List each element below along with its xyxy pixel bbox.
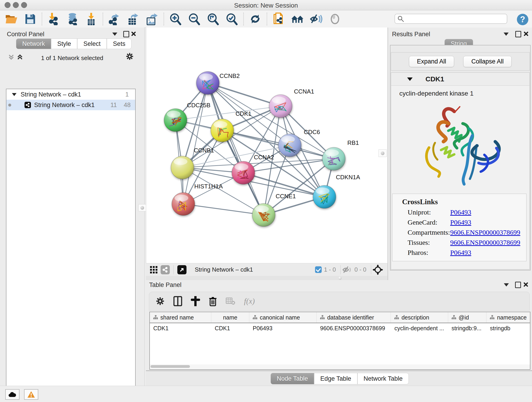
gene-section-header[interactable]: CDK1 xyxy=(391,73,530,86)
network-edge[interactable] xyxy=(183,204,264,215)
show-columns-icon[interactable] xyxy=(173,296,182,306)
export-network-button[interactable] xyxy=(108,13,121,26)
network-edge[interactable] xyxy=(243,159,334,173)
right-splitter-grip[interactable] xyxy=(379,149,387,157)
first-neighbors-button[interactable] xyxy=(291,13,304,26)
search-field[interactable] xyxy=(394,14,507,24)
show-grid-icon[interactable] xyxy=(149,265,158,274)
cell-canonical-name[interactable]: P06493 xyxy=(249,323,317,333)
birdseye-navigator-icon[interactable] xyxy=(373,264,383,275)
import-network-file-button[interactable] xyxy=(47,13,60,26)
cell-namespace[interactable]: stringdb xyxy=(486,323,530,333)
eye-button[interactable] xyxy=(329,13,341,26)
shared-column-icon xyxy=(490,315,495,320)
left-splitter-grip[interactable] xyxy=(138,204,146,211)
crosslink-tissues[interactable]: 9606.ENSP00000378699 xyxy=(450,239,520,246)
tab-network-table[interactable]: Network Table xyxy=(357,373,409,384)
collapse-panel-icon[interactable] xyxy=(504,32,509,36)
cell-shared-name[interactable]: CDK1 xyxy=(150,323,211,333)
crosslink-genecard[interactable]: P06493 xyxy=(450,218,471,226)
column-header-shared-name[interactable]: shared name xyxy=(150,312,211,323)
zoom-selected-button[interactable] xyxy=(225,13,238,26)
network-node[interactable] xyxy=(232,161,255,184)
warnings-button[interactable] xyxy=(24,389,38,400)
tab-select[interactable]: Select xyxy=(77,38,107,49)
column-header-canonical-name[interactable]: canonical name xyxy=(249,312,317,323)
network-node[interactable] xyxy=(313,185,336,208)
collection-expand-icon[interactable] xyxy=(12,93,17,96)
network-node[interactable] xyxy=(211,119,234,142)
export-image-button[interactable] xyxy=(146,13,158,26)
show-hide-button[interactable] xyxy=(310,13,323,26)
close-panel-icon[interactable] xyxy=(524,31,529,36)
tab-edge-table[interactable]: Edge Table xyxy=(314,373,357,384)
node-label: CDK1 xyxy=(235,110,251,117)
network-node[interactable] xyxy=(278,134,301,157)
string-view-icon[interactable] xyxy=(161,265,170,274)
delete-column-trash-icon[interactable] xyxy=(209,296,217,306)
tab-sets[interactable]: Sets xyxy=(107,38,132,49)
network-node[interactable] xyxy=(164,109,187,132)
network-node[interactable] xyxy=(269,95,292,118)
refresh-layout-button[interactable] xyxy=(249,13,262,26)
column-header-namespace[interactable]: namespace xyxy=(486,312,530,323)
clone-network-button[interactable] xyxy=(272,13,285,26)
network-node[interactable] xyxy=(171,156,194,179)
network-node[interactable] xyxy=(172,192,195,216)
delete-table-icon[interactable] xyxy=(226,297,235,305)
network-options-gear-icon[interactable] xyxy=(126,52,134,61)
open-session-button[interactable] xyxy=(5,13,18,26)
search-input[interactable] xyxy=(404,15,505,22)
collapse-panel-icon[interactable] xyxy=(504,283,509,287)
add-column-icon[interactable] xyxy=(191,296,200,306)
help-button[interactable]: ? xyxy=(517,14,528,25)
table-settings-gear-icon[interactable] xyxy=(156,297,165,306)
network-node[interactable] xyxy=(322,147,345,170)
cloud-status-button[interactable] xyxy=(5,389,19,400)
float-panel-icon[interactable] xyxy=(515,31,521,37)
column-header-name[interactable]: name xyxy=(211,312,249,323)
network-row[interactable]: String Network – cdk1 11 48 xyxy=(6,100,135,110)
import-network-database-button[interactable] xyxy=(66,13,79,26)
import-table-button[interactable] xyxy=(85,13,98,26)
zoom-in-button[interactable] xyxy=(169,13,182,26)
tab-node-table[interactable]: Node Table xyxy=(271,373,314,384)
table-horizontal-scrollbar[interactable] xyxy=(150,364,530,369)
save-session-button[interactable] xyxy=(24,13,37,26)
collapse-panel-icon[interactable] xyxy=(112,32,117,36)
tab-style[interactable]: Style xyxy=(51,38,77,49)
column-header-description[interactable]: description xyxy=(391,312,448,323)
function-builder-button[interactable]: f(x) xyxy=(244,297,255,306)
network-canvas[interactable]: CCNB2CCNA1CDC25BCDK1CDC6RB1CCNB1CCNA2CDK… xyxy=(146,27,388,263)
scrollbar-thumb[interactable] xyxy=(151,365,190,368)
zoom-fit-button[interactable] xyxy=(207,13,220,26)
float-panel-icon[interactable] xyxy=(515,282,521,288)
table-row[interactable]: CDK1 CDK1 P06493 9606.ENSP00000378699 cy… xyxy=(150,323,530,333)
column-header-database-identifier[interactable]: database identifier xyxy=(317,312,391,323)
cell-database-identifier[interactable]: 9606.ENSP00000378699 xyxy=(317,323,391,333)
float-panel-icon[interactable] xyxy=(123,31,129,37)
cell-description[interactable]: cyclin-dependent ... xyxy=(391,323,448,333)
string-network-graph[interactable]: CCNB2CCNA1CDC25BCDK1CDC6RB1CCNB1CCNA2CDK… xyxy=(146,27,387,263)
close-panel-icon[interactable] xyxy=(131,31,136,36)
crosslink-compartments[interactable]: 9606.ENSP00000378699 xyxy=(450,229,520,236)
collapse-all-button[interactable]: Collapse All xyxy=(463,56,512,67)
close-panel-icon[interactable] xyxy=(523,282,528,287)
hidden-eye-icon xyxy=(342,266,352,274)
cell-id[interactable]: stringdb:9... xyxy=(448,323,487,333)
crosslink-uniprot[interactable]: P06493 xyxy=(450,208,471,216)
export-table-button[interactable] xyxy=(127,13,140,26)
tab-network[interactable]: Network xyxy=(16,38,51,49)
network-node[interactable] xyxy=(252,204,275,226)
network-node[interactable] xyxy=(196,71,219,95)
network-edge[interactable] xyxy=(208,83,264,215)
crosslink-pharos[interactable]: P06493 xyxy=(450,249,471,256)
network-collection-row[interactable]: String Network – cdk1 1 xyxy=(6,89,135,100)
expand-all-button[interactable]: Expand All xyxy=(409,56,454,67)
collapse-section-icon[interactable] xyxy=(407,77,413,81)
column-header-id[interactable]: @id xyxy=(448,312,487,323)
detach-view-icon[interactable] xyxy=(177,265,186,274)
zoom-out-button[interactable] xyxy=(188,13,201,26)
cell-name[interactable]: CDK1 xyxy=(211,323,249,333)
selected-checkbox-icon[interactable] xyxy=(315,266,322,273)
